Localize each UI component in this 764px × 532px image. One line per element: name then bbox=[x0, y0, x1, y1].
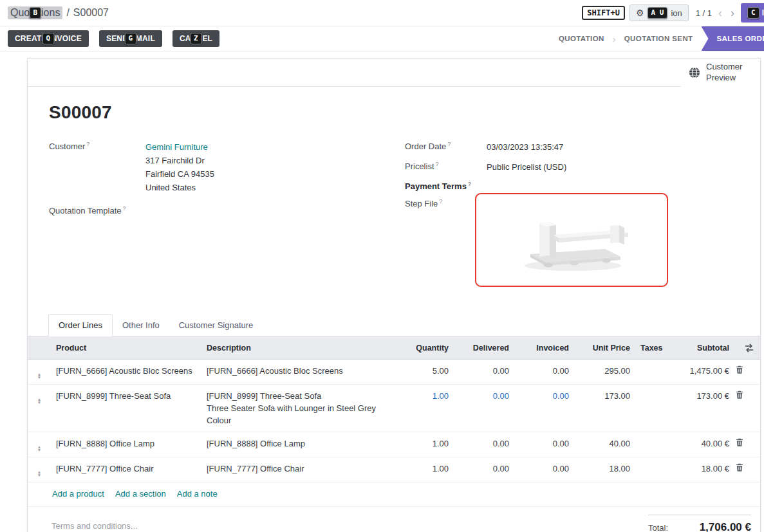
quantity-cell[interactable]: 5.00 bbox=[395, 360, 454, 385]
customer-link[interactable]: Gemini Furniture bbox=[145, 142, 208, 152]
delivered-cell[interactable]: 0.00 bbox=[454, 360, 514, 385]
column-header-quantity: Quantity bbox=[395, 336, 454, 359]
tab-customer-signature[interactable]: Customer Signature bbox=[169, 315, 263, 336]
taxes-cell[interactable] bbox=[635, 385, 669, 432]
trash-icon bbox=[736, 390, 743, 399]
left-field-column: Customer? Gemini Furniture 317 Fairchild… bbox=[49, 140, 405, 293]
column-header-options[interactable] bbox=[734, 336, 760, 359]
description-cell[interactable]: [FURN_8999] Three-Seat SofaThree Seater … bbox=[201, 385, 395, 432]
delivered-cell[interactable]: 0.00 bbox=[454, 432, 514, 457]
field-customer: Customer? Gemini Furniture 317 Fairchild… bbox=[49, 140, 405, 194]
delete-line-cell bbox=[734, 457, 760, 482]
delivered-cell[interactable]: 0.00 bbox=[454, 457, 514, 482]
terms-placeholder[interactable]: Terms and conditions... bbox=[51, 521, 138, 532]
step-file-image[interactable] bbox=[475, 193, 668, 287]
sheet-footer: Terms and conditions... Total: 1,706.00 … bbox=[28, 507, 760, 532]
delete-line-button[interactable] bbox=[736, 365, 743, 375]
action-menu-button[interactable]: ⚙ A U ion bbox=[629, 5, 689, 21]
field-value-pricelist[interactable]: Public Pricelist (USD) bbox=[487, 160, 739, 174]
trash-icon bbox=[736, 365, 743, 374]
send-email-button[interactable]: SEND EMAIL G bbox=[99, 30, 162, 47]
taxes-cell[interactable] bbox=[635, 432, 669, 457]
taxes-cell[interactable] bbox=[635, 457, 669, 482]
field-value-payment-terms[interactable] bbox=[487, 180, 739, 191]
delete-line-button[interactable] bbox=[736, 438, 743, 448]
taxes-cell[interactable] bbox=[635, 360, 669, 385]
form-sheet: Customer Preview S00007 Customer? Gemini… bbox=[27, 58, 761, 532]
breadcrumb: Quotations B / S00007 bbox=[8, 6, 109, 19]
action-label-remainder: ion bbox=[671, 8, 682, 18]
add-a-note-link[interactable]: Add a note bbox=[177, 489, 218, 499]
invoiced-cell[interactable]: 0.00 bbox=[514, 432, 574, 457]
tab-other-info[interactable]: Other Info bbox=[113, 315, 169, 336]
field-payment-terms: Payment Terms? bbox=[405, 180, 739, 191]
delete-line-button[interactable] bbox=[736, 390, 743, 400]
product-cell[interactable]: [FURN_8888] Office Lamp bbox=[51, 432, 201, 457]
unit-price-cell[interactable]: 173.00 bbox=[574, 385, 635, 432]
description-cell[interactable]: [FURN_6666] Acoustic Bloc Screens bbox=[201, 360, 395, 385]
field-label-text: Step File bbox=[405, 199, 438, 209]
field-pricelist: Pricelist?Public Pricelist (USD) bbox=[405, 160, 739, 174]
field-value-step-file[interactable] bbox=[475, 197, 739, 287]
field-label-step-file: Step File? bbox=[405, 197, 487, 287]
keyboard-hint-breadcrumb: B bbox=[29, 7, 41, 19]
order-line-row: ▲▼[FURN_8999] Three-Seat Sofa[FURN_8999]… bbox=[28, 385, 760, 432]
quantity-cell[interactable]: 1.00 bbox=[395, 457, 454, 482]
quotation-template-label-text: Quotation Template bbox=[49, 206, 122, 216]
description-line: [FURN_7777] Office Chair bbox=[207, 463, 389, 475]
status-step-quotation[interactable]: QUOTATION bbox=[550, 26, 613, 51]
drag-handle-icon[interactable]: ▲▼ bbox=[37, 470, 41, 477]
optional-columns-icon[interactable] bbox=[745, 344, 754, 353]
customer-preview-link[interactable]: Customer Preview bbox=[681, 59, 760, 87]
drag-handle-icon[interactable]: ▲▼ bbox=[37, 445, 41, 452]
order-line-row: ▲▼[FURN_7777] Office Chair[FURN_7777] Of… bbox=[28, 457, 760, 482]
drag-handle-cell: ▲▼ bbox=[28, 385, 51, 432]
delete-line-cell bbox=[734, 360, 760, 385]
delete-line-cell bbox=[734, 385, 760, 432]
breadcrumb-quotations-link[interactable]: Quotations B bbox=[8, 6, 62, 19]
description-line: [FURN_8999] Three-Seat Sofa bbox=[207, 390, 389, 402]
create-invoice-button[interactable]: CREATE INVOICE Q bbox=[8, 30, 89, 47]
description-line: [FURN_8888] Office Lamp bbox=[207, 437, 389, 450]
unit-price-cell[interactable]: 295.00 bbox=[574, 360, 635, 385]
delivered-cell[interactable]: 0.00 bbox=[454, 385, 514, 432]
drag-handle-icon[interactable]: ▲▼ bbox=[37, 398, 41, 404]
product-cell[interactable]: [FURN_6666] Acoustic Bloc Screens bbox=[51, 360, 201, 385]
total-label: Total: bbox=[648, 523, 668, 532]
unit-price-cell[interactable]: 18.00 bbox=[574, 457, 635, 482]
invoiced-cell[interactable]: 0.00 bbox=[514, 457, 574, 482]
tab-order-lines[interactable]: Order Lines bbox=[48, 314, 113, 336]
unit-price-cell[interactable]: 40.00 bbox=[574, 432, 635, 457]
delete-line-cell bbox=[734, 432, 760, 457]
keyboard-hint-send-email: G bbox=[125, 33, 137, 44]
description-cell[interactable]: [FURN_8888] Office Lamp bbox=[201, 432, 395, 457]
breadcrumb-bar: Quotations B / S00007 SHIFT+U ⚙ A U ion … bbox=[0, 0, 764, 26]
field-grid: Customer? Gemini Furniture 317 Fairchild… bbox=[49, 140, 739, 293]
help-marker-icon: ? bbox=[86, 141, 89, 147]
product-cell[interactable]: [FURN_8999] Three-Seat Sofa bbox=[51, 385, 201, 432]
quantity-cell[interactable]: 1.00 bbox=[395, 385, 454, 432]
clipped-corner-button[interactable]: C l bbox=[741, 3, 764, 23]
field-value-order-date[interactable]: 03/03/2023 13:35:47 bbox=[487, 140, 739, 154]
status-step-sales-order[interactable]: SALES ORDER bbox=[702, 26, 764, 51]
help-marker-icon: ? bbox=[439, 198, 442, 205]
quotation-template-input[interactable] bbox=[145, 205, 405, 216]
field-label-text: Payment Terms bbox=[405, 181, 467, 191]
description-cell[interactable]: [FURN_7777] Office Chair bbox=[201, 457, 395, 482]
customer-field-value: Gemini Furniture 317 Fairchild DrFairfie… bbox=[145, 140, 405, 194]
status-step-quotation-sent[interactable]: QUOTATION SENT bbox=[616, 26, 702, 51]
invoiced-cell[interactable]: 0.00 bbox=[514, 385, 574, 432]
product-cell[interactable]: [FURN_7777] Office Chair bbox=[51, 457, 201, 482]
column-header-unit-price: Unit Price bbox=[574, 336, 635, 359]
globe-icon bbox=[689, 67, 700, 78]
delete-line-button[interactable] bbox=[736, 463, 743, 473]
pager-previous-icon[interactable]: ‹ bbox=[716, 7, 724, 19]
drag-handle-icon[interactable]: ▲▼ bbox=[37, 372, 41, 379]
invoiced-cell[interactable]: 0.00 bbox=[514, 360, 574, 385]
cancel-button[interactable]: CANCEL Z bbox=[172, 30, 219, 47]
quantity-cell[interactable]: 1.00 bbox=[395, 432, 454, 457]
add-a-product-link[interactable]: Add a product bbox=[52, 489, 104, 499]
sheet-body: S00007 Customer? Gemini Furniture 317 Fa… bbox=[28, 102, 760, 293]
add-a-section-link[interactable]: Add a section bbox=[115, 489, 166, 499]
pager-next-icon[interactable]: › bbox=[729, 7, 736, 19]
